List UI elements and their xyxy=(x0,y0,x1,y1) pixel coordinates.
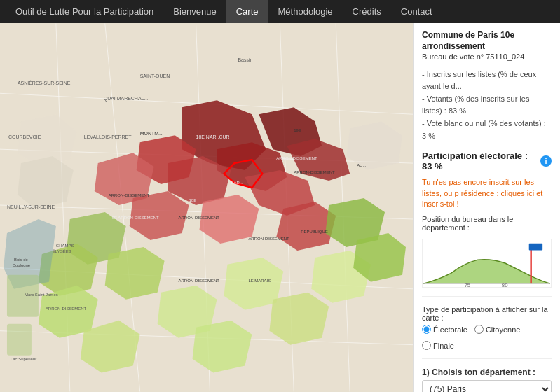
nav-item-bienvenue[interactable]: Bienvenue xyxy=(163,0,226,23)
dept-select[interactable]: (75) Paris xyxy=(422,380,552,392)
radio-electorale-label: Électorale xyxy=(433,326,467,334)
svg-text:ARRON-DISSEMENT: ARRON-DISSEMENT xyxy=(179,279,220,283)
divider-2 xyxy=(422,358,552,359)
svg-text:COURBEVOIE: COURBEVOIE xyxy=(8,134,41,139)
svg-rect-71 xyxy=(529,244,542,251)
svg-text:ASNIÈRES-SUR-SEINE: ASNIÈRES-SUR-SEINE xyxy=(18,80,71,85)
bureau-subtitle: Bureau de vote n° 75110_024 xyxy=(422,52,552,62)
dept-section: 1) Choisis ton département : (75) Paris xyxy=(422,368,552,392)
stats-block: - Inscrits sur les listes (% de ceux aya… xyxy=(422,69,552,143)
radio-citoyenne-label: Citoyenne xyxy=(486,326,521,334)
nav-item-carte[interactable]: Carte xyxy=(226,0,268,23)
participation-line: Participation électorale : 83 % i xyxy=(422,150,552,172)
radio-citoyenne[interactable]: Citoyenne xyxy=(474,325,521,334)
svg-text:Lac Superieur: Lac Superieur xyxy=(11,357,36,361)
main-nav: Outil de Lutte Pour la Participation Bie… xyxy=(0,0,560,23)
svg-text:Bois de: Bois de xyxy=(14,258,29,262)
stat-1: - Inscrits sur les listes (% de ceux aya… xyxy=(422,69,552,93)
radio-electorale[interactable]: Électorale xyxy=(422,325,467,334)
register-link[interactable]: Tu n'es pas encore inscrit sur les liste… xyxy=(422,177,552,209)
nav-item-contact[interactable]: Contact xyxy=(391,0,442,23)
svg-text:9E ARRON-DISSEMENT: 9E ARRON-DISSEMENT xyxy=(112,216,159,220)
position-label: Position du bureau dans le département : xyxy=(422,215,552,232)
radio-group: Électorale Citoyenne Finale xyxy=(422,325,552,350)
svg-text:ÉLYSÉES: ÉLYSÉES xyxy=(53,249,71,253)
svg-rect-40 xyxy=(7,324,32,356)
svg-text:18E NAR..CUR: 18E NAR..CUR xyxy=(196,134,230,139)
svg-text:SAINT-OUEN: SAINT-OUEN xyxy=(140,74,170,78)
stat-2: - Votants (% des inscrits sur les listes… xyxy=(422,93,552,118)
map-area[interactable]: ASNIÈRES-SUR-SEINE SAINT-OUEN Bassin COU… xyxy=(0,23,413,392)
svg-text:ARRON-DISSEMENT: ARRON-DISSEMENT xyxy=(109,193,150,197)
nav-item-credits[interactable]: Crédits xyxy=(343,0,391,23)
svg-text:LEVALLOIS-PERRET: LEVALLOIS-PERRET xyxy=(84,134,132,139)
svg-text:Boulogne: Boulogne xyxy=(13,263,31,267)
svg-text:ARRON-DISSEMENT: ARRON-DISSEMENT xyxy=(46,307,87,311)
radio-finale-label: Finale xyxy=(433,342,454,350)
divider-1 xyxy=(422,296,552,297)
svg-text:10E: 10E xyxy=(189,198,197,202)
svg-text:80: 80 xyxy=(502,282,508,287)
svg-text:ARRON-DISSEMENT: ARRON-DISSEMENT xyxy=(294,170,335,174)
main-layout: ASNIÈRES-SUR-SEINE SAINT-OUEN Bassin COU… xyxy=(0,23,560,392)
commune-info: Commune de Paris 10e arrondissement Bure… xyxy=(422,30,552,63)
participation-label: Participation électorale : 83 % xyxy=(422,150,536,172)
svg-text:REPUBLIQUE: REPUBLIQUE xyxy=(301,230,327,234)
svg-text:ARRON-DISSEMENT: ARRON-DISSEMENT xyxy=(248,237,289,241)
svg-text:ARRON-DISSEMENT: ARRON-DISSEMENT xyxy=(179,216,220,220)
svg-text:LE MARAIS: LE MARAIS xyxy=(248,279,271,283)
svg-text:ARRON-DISSEMENT: ARRON-DISSEMENT xyxy=(276,156,317,160)
participation-chart: 75 80 xyxy=(422,239,552,288)
svg-text:BAR...: BAR... xyxy=(231,181,243,185)
commune-title: Commune de Paris 10e arrondissement xyxy=(422,30,552,52)
svg-text:75: 75 xyxy=(464,282,470,287)
stat-3: - Vote blanc ou nul (% des votants) : 3 … xyxy=(422,118,552,142)
type-label: Type de participation à afficher sur la … xyxy=(422,305,552,322)
svg-text:19E: 19E xyxy=(294,128,301,132)
svg-text:MONTM...: MONTM... xyxy=(140,131,163,136)
dept-section-label: 1) Choisis ton département : xyxy=(422,368,552,377)
sidebar: Commune de Paris 10e arrondissement Bure… xyxy=(413,23,560,392)
radio-finale[interactable]: Finale xyxy=(422,341,454,350)
svg-text:Marc Saint James: Marc Saint James xyxy=(25,293,58,297)
svg-text:QUAI MARECHAL...: QUAI MARECHAL... xyxy=(104,96,149,102)
svg-text:NEUILLY-SUR-SEINE: NEUILLY-SUR-SEINE xyxy=(7,204,55,209)
type-section: Type de participation à afficher sur la … xyxy=(422,305,552,350)
svg-text:CHAMPS: CHAMPS xyxy=(56,244,74,248)
nav-item-home[interactable]: Outil de Lutte Pour la Participation xyxy=(6,0,163,23)
nav-item-methodologie[interactable]: Méthodologie xyxy=(268,0,343,23)
svg-text:Bassin: Bassin xyxy=(238,57,252,62)
info-icon[interactable]: i xyxy=(540,155,552,167)
svg-text:AU...: AU... xyxy=(357,163,367,167)
